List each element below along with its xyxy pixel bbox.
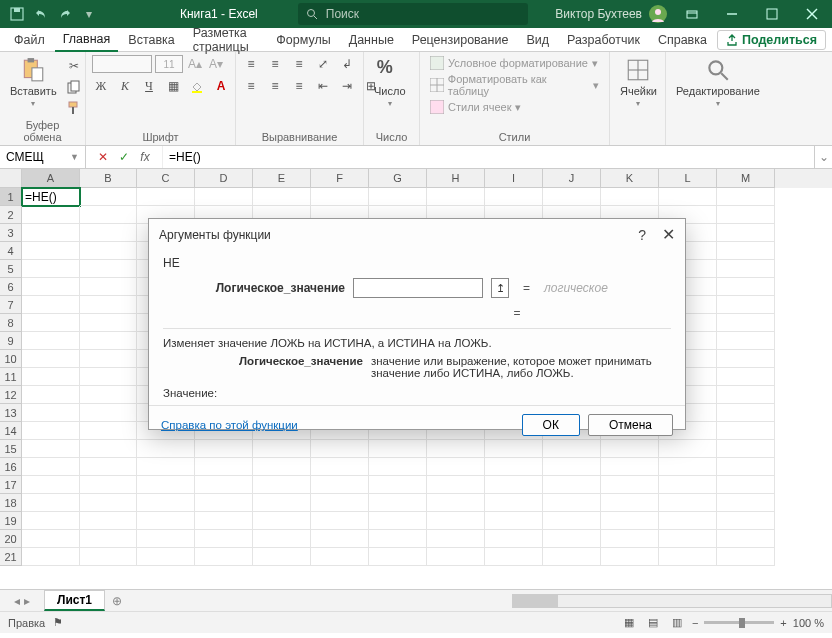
sheet-tab-1[interactable]: Лист1 — [44, 590, 105, 611]
column-header[interactable]: H — [427, 169, 485, 188]
cell[interactable] — [22, 332, 80, 350]
column-header[interactable]: G — [369, 169, 427, 188]
row-header[interactable]: 2 — [0, 206, 22, 224]
cell[interactable] — [253, 512, 311, 530]
cell[interactable] — [717, 296, 775, 314]
insert-function-icon[interactable]: fx — [136, 150, 154, 164]
cell[interactable] — [601, 512, 659, 530]
cell[interactable] — [195, 512, 253, 530]
cell[interactable] — [485, 188, 543, 206]
name-box[interactable]: СМЕЩ▼ — [0, 146, 86, 168]
cell[interactable] — [717, 440, 775, 458]
row-header[interactable]: 6 — [0, 278, 22, 296]
cell[interactable] — [137, 548, 195, 566]
cell-styles-button[interactable]: Стили ячеек ▾ — [426, 99, 525, 115]
cut-icon[interactable]: ✂ — [65, 57, 83, 75]
cell[interactable] — [253, 458, 311, 476]
cell[interactable] — [543, 512, 601, 530]
cell[interactable] — [717, 512, 775, 530]
close-icon[interactable] — [792, 0, 832, 28]
maximize-icon[interactable] — [752, 0, 792, 28]
cell[interactable] — [195, 494, 253, 512]
zoom-in-icon[interactable]: + — [780, 617, 786, 629]
indent-dec-icon[interactable]: ⇤ — [314, 77, 332, 95]
cell[interactable] — [80, 512, 137, 530]
copy-icon[interactable] — [65, 78, 83, 96]
cancel-formula-icon[interactable]: ✕ — [94, 150, 112, 164]
cell[interactable] — [80, 494, 137, 512]
cell[interactable] — [369, 548, 427, 566]
cell[interactable] — [601, 476, 659, 494]
align-bot-icon[interactable]: ≡ — [290, 55, 308, 73]
undo-icon[interactable] — [30, 3, 52, 25]
cell[interactable] — [195, 458, 253, 476]
cell[interactable] — [195, 476, 253, 494]
cell[interactable] — [137, 512, 195, 530]
zoom-slider[interactable] — [704, 621, 774, 624]
cell[interactable] — [659, 530, 717, 548]
row-header[interactable]: 12 — [0, 386, 22, 404]
tab-data[interactable]: Данные — [341, 29, 402, 51]
row-header[interactable]: 9 — [0, 332, 22, 350]
cell[interactable] — [717, 476, 775, 494]
row-header[interactable]: 18 — [0, 494, 22, 512]
cell[interactable] — [427, 512, 485, 530]
cell[interactable] — [311, 512, 369, 530]
column-header[interactable]: J — [543, 169, 601, 188]
cell[interactable] — [427, 476, 485, 494]
minimize-icon[interactable] — [712, 0, 752, 28]
cell[interactable] — [717, 494, 775, 512]
column-header[interactable]: L — [659, 169, 717, 188]
cell[interactable] — [22, 530, 80, 548]
zoom-level[interactable]: 100 % — [793, 617, 824, 629]
conditional-formatting-button[interactable]: Условное форматирование ▾ — [426, 55, 602, 71]
row-header[interactable]: 19 — [0, 512, 22, 530]
cell[interactable] — [543, 548, 601, 566]
fill-color-icon[interactable] — [188, 77, 206, 95]
view-normal-icon[interactable]: ▦ — [620, 614, 638, 632]
cell[interactable] — [22, 260, 80, 278]
zoom-out-icon[interactable]: − — [692, 617, 698, 629]
cell[interactable] — [80, 440, 137, 458]
accessibility-icon[interactable]: ⚑ — [53, 616, 63, 629]
cell[interactable] — [717, 314, 775, 332]
cell[interactable] — [80, 422, 137, 440]
wrap-icon[interactable]: ↲ — [338, 55, 356, 73]
font-name-box[interactable] — [92, 55, 152, 73]
tab-review[interactable]: Рецензирование — [404, 29, 517, 51]
cell[interactable] — [543, 494, 601, 512]
cell[interactable] — [369, 512, 427, 530]
row-header[interactable]: 5 — [0, 260, 22, 278]
row-header[interactable]: 17 — [0, 476, 22, 494]
ribbon-display-icon[interactable] — [672, 0, 712, 28]
border-icon[interactable]: ▦ — [164, 77, 182, 95]
cell[interactable] — [427, 188, 485, 206]
row-header[interactable]: 4 — [0, 242, 22, 260]
column-header[interactable]: C — [137, 169, 195, 188]
orientation-icon[interactable]: ⤢ — [314, 55, 332, 73]
cell[interactable] — [659, 494, 717, 512]
view-break-icon[interactable]: ▥ — [668, 614, 686, 632]
cell[interactable] — [253, 188, 311, 206]
cell[interactable] — [80, 296, 137, 314]
bold-icon[interactable]: Ж — [92, 77, 110, 95]
cell[interactable] — [659, 476, 717, 494]
cell[interactable] — [717, 224, 775, 242]
cell[interactable] — [80, 530, 137, 548]
align-top-icon[interactable]: ≡ — [242, 55, 260, 73]
grow-font-icon[interactable]: A▴ — [186, 55, 204, 73]
row-header[interactable]: 20 — [0, 530, 22, 548]
cell[interactable] — [22, 296, 80, 314]
collapse-dialog-icon[interactable]: ↥ — [491, 278, 509, 298]
add-sheet-icon[interactable]: ⊕ — [105, 594, 129, 608]
cell[interactable] — [369, 476, 427, 494]
cell[interactable] — [485, 476, 543, 494]
cell[interactable] — [22, 350, 80, 368]
indent-inc-icon[interactable]: ⇥ — [338, 77, 356, 95]
tab-formulas[interactable]: Формулы — [268, 29, 338, 51]
expand-bar-icon[interactable]: ⌄ — [814, 146, 832, 168]
number-format-button[interactable]: % Число ▾ — [370, 55, 410, 110]
cell[interactable] — [485, 494, 543, 512]
cell[interactable] — [137, 494, 195, 512]
column-header[interactable]: B — [80, 169, 137, 188]
